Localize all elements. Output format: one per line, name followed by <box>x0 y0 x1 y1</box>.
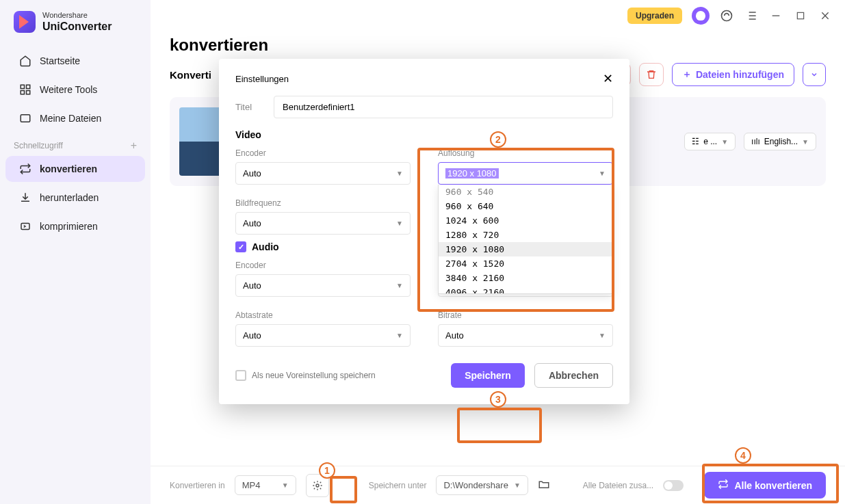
save-preset-checkbox[interactable]: Als neue Voreinstellung speichern <box>235 370 376 381</box>
modal-title: Einstellungen <box>235 74 289 84</box>
bottom-bar: Konvertieren in MP4 ▼ Speichern unter D:… <box>151 466 845 504</box>
framerate-label: Bildfrequenz <box>235 198 411 208</box>
avatar[interactable] <box>692 7 710 25</box>
audio-track-tag[interactable]: ıılı English... ▼ <box>744 133 816 150</box>
select-value: Auto <box>445 330 464 341</box>
output-path-select[interactable]: D:\Wondershare ▼ <box>436 475 528 495</box>
select-value: 1920 x 1080 <box>445 168 499 178</box>
resolution-option[interactable]: 1920 x 1080 <box>439 242 612 256</box>
audio-checkbox[interactable]: ✓ <box>235 241 246 252</box>
framerate-select[interactable]: Auto▼ <box>235 212 411 235</box>
sidebar: Wondershare UniConverter Startseite Weit… <box>0 0 151 504</box>
output-format-select[interactable]: MP4 ▼ <box>235 475 296 495</box>
sidebar-item-convert[interactable]: konvertieren <box>5 156 145 182</box>
minimize-icon[interactable] <box>768 8 783 23</box>
add-files-dropdown[interactable] <box>803 63 826 86</box>
samplerate-select[interactable]: Auto▼ <box>235 324 411 347</box>
sidebar-item-download[interactable]: herunterladen <box>5 185 145 211</box>
upgrade-button[interactable]: Upgraden <box>627 8 682 24</box>
resolution-label: Auflösung <box>438 148 613 158</box>
sidebar-item-label: komprimieren <box>40 221 98 232</box>
quick-access-header: Schnellzugriff + <box>0 133 151 155</box>
video-section-title: Video <box>235 129 613 140</box>
samplerate-label: Abtastrate <box>235 310 411 320</box>
tab-converting[interactable]: Konverti <box>170 69 211 81</box>
tag-label: English... <box>764 137 798 146</box>
checkbox-icon <box>235 370 246 381</box>
resolution-option[interactable]: 1024 x 600 <box>439 213 612 228</box>
resolution-option[interactable]: 960 x 640 <box>439 199 612 213</box>
merge-label: Alle Dateien zusa... <box>583 481 653 490</box>
save-button[interactable]: Speichern <box>451 363 525 388</box>
video-encoder-select[interactable]: Auto▼ <box>235 162 411 185</box>
sidebar-item-tools[interactable]: Weitere Tools <box>5 77 145 103</box>
resolution-option[interactable]: 4096 x 2160 <box>439 285 612 294</box>
audio-encoder-select[interactable]: Auto▼ <box>235 274 411 297</box>
plus-icon: ＋ <box>682 68 692 81</box>
title-field-label: Titel <box>235 102 263 112</box>
callout-number: 2 <box>490 131 506 148</box>
resolution-option[interactable]: 2704 x 1520 <box>439 256 612 271</box>
bitrate-select[interactable]: Auto▼ <box>438 324 613 347</box>
convert-all-button[interactable]: Alle konvertieren <box>704 472 826 499</box>
sidebar-item-files[interactable]: Meine Dateien <box>5 105 145 131</box>
tag-label: e ... <box>703 137 717 146</box>
merge-toggle[interactable] <box>663 480 684 491</box>
grid-icon <box>19 83 31 96</box>
logo: Wondershare UniConverter <box>0 11 151 47</box>
select-value: Auto <box>243 280 261 291</box>
delete-button[interactable] <box>639 63 664 86</box>
audio-bars-icon: ıılı <box>751 137 760 146</box>
title-input[interactable] <box>274 96 613 118</box>
save-preset-label: Als neue Voreinstellung speichern <box>252 371 376 380</box>
folder-icon <box>19 112 31 124</box>
logo-brand: Wondershare <box>42 11 112 20</box>
svg-rect-2 <box>21 91 24 94</box>
resolution-select[interactable]: 1920 x 1080▼ <box>438 162 613 185</box>
select-value: Auto <box>243 218 261 228</box>
sidebar-item-label: Weitere Tools <box>40 84 97 95</box>
svg-rect-7 <box>797 12 803 18</box>
output-format-value: MP4 <box>242 480 261 490</box>
sidebar-item-home[interactable]: Startseite <box>5 48 145 74</box>
cancel-button[interactable]: Abbrechen <box>534 363 613 388</box>
sidebar-item-label: konvertieren <box>40 163 97 174</box>
resolution-option[interactable]: 960 x 540 <box>439 185 612 199</box>
svg-rect-3 <box>27 91 30 94</box>
bitrate-label: Bitrate <box>438 310 613 320</box>
audio-section-label: Audio <box>252 241 279 252</box>
resolution-option[interactable]: 3840 x 2160 <box>439 271 612 285</box>
svg-point-6 <box>722 11 732 21</box>
output-path-value: D:\Wondershare <box>443 480 508 490</box>
add-files-label: Dateien hinzufügen <box>696 69 784 80</box>
save-under-label: Speichern unter <box>369 481 427 490</box>
resolution-option[interactable]: 1280 x 720 <box>439 228 612 242</box>
encoder-label: Encoder <box>235 148 411 158</box>
select-value: Auto <box>243 330 261 341</box>
menu-icon[interactable] <box>744 8 759 23</box>
callout-number: 1 <box>319 462 335 479</box>
svg-rect-1 <box>27 85 30 89</box>
download-icon <box>19 191 31 204</box>
convert-all-label: Alle konvertieren <box>734 480 812 491</box>
sidebar-item-label: Meine Dateien <box>40 113 101 124</box>
callout-number: 4 <box>735 447 751 464</box>
svg-point-8 <box>316 484 319 487</box>
support-icon[interactable] <box>719 8 734 23</box>
svg-rect-4 <box>21 115 30 122</box>
sidebar-item-compress[interactable]: komprimieren <box>5 213 145 239</box>
home-icon <box>19 55 31 67</box>
convert-icon <box>19 163 31 175</box>
sidebar-item-label: herunterladen <box>40 192 99 203</box>
add-files-button[interactable]: ＋ Dateien hinzufügen <box>672 63 794 86</box>
open-folder-button[interactable] <box>538 478 550 492</box>
add-quick-access-button[interactable]: + <box>131 140 137 152</box>
select-value: Auto <box>243 168 261 178</box>
close-icon[interactable] <box>818 8 833 23</box>
quick-access-label: Schnellzugriff <box>14 141 63 150</box>
convert-icon <box>718 479 729 492</box>
maximize-icon[interactable] <box>793 8 808 23</box>
modal-close-button[interactable]: ✕ <box>603 71 613 86</box>
subtitle-tag[interactable]: ☷ e ... ▼ <box>684 133 736 150</box>
logo-name: UniConverter <box>42 20 112 33</box>
